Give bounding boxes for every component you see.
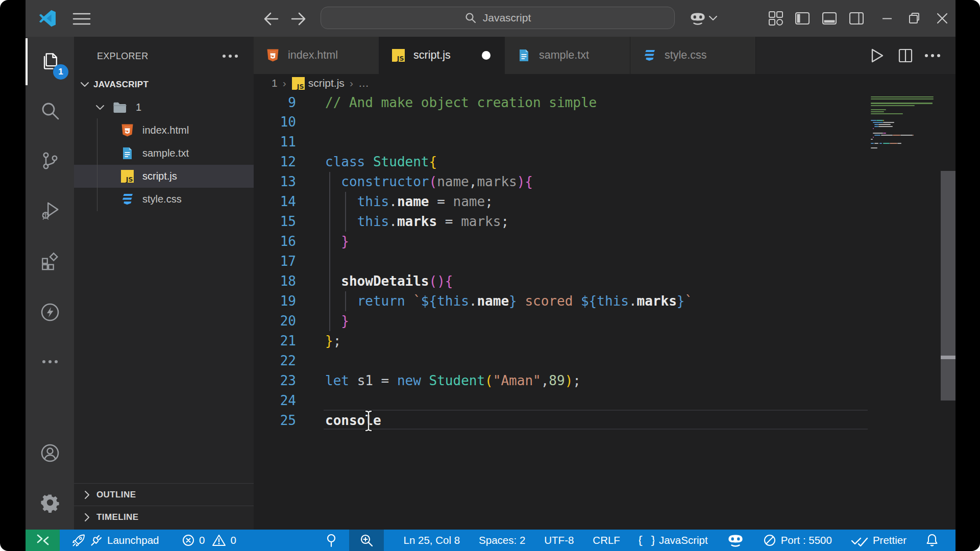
customize-layout-button[interactable] [768,11,783,26]
sidebar-header: EXPLORER [74,37,254,68]
problems-status-item[interactable]: 00 [182,530,236,551]
more-actions-button[interactable] [921,37,944,74]
remote-indicator[interactable] [26,530,60,551]
breadcrumb-item[interactable]: … [358,77,369,89]
status-encoding[interactable]: UTF-8 [544,534,574,546]
tab-script-js[interactable]: JSscript.js [379,37,505,74]
minimap-line [883,122,894,123]
tree-item-index-html[interactable]: index.html [74,119,254,142]
scrollbar-thumb[interactable] [941,171,955,400]
split-editor-button[interactable] [894,37,917,74]
minimap-line [871,143,874,144]
minimap-line [890,143,897,144]
launchpad-status-item[interactable]: Launchpad [71,530,159,551]
run-debug-icon [40,201,60,221]
editor-scrollbar[interactable] [941,92,955,530]
minimap-line [878,124,891,125]
activity-bar-item-extensions[interactable] [26,243,74,279]
tree-item-label: 1 [136,102,141,113]
status-copilot-status[interactable] [727,533,744,548]
toggle-secondary-sidebar-button[interactable] [849,11,864,26]
tab-label: script.js [413,49,451,62]
status-label: Spaces: 2 [479,534,525,546]
tab-style-css[interactable]: style.css [630,37,756,74]
ellipsis-icon [41,359,59,364]
status-cursor-position[interactable]: Ln 25, Col 8 [404,534,460,546]
code-line-23: let s1 = new Student("Aman",89); [325,371,581,391]
txt-icon [120,146,134,160]
minimap-line [874,124,878,125]
toggle-primary-sidebar-button[interactable] [795,11,810,26]
tab-label: index.html [288,49,338,62]
activity-bar-item-search[interactable] [26,93,74,129]
command-center-search[interactable]: Javascript [321,7,675,29]
minimap-line [873,133,883,134]
gear-icon [40,492,60,513]
txt-icon [517,48,531,62]
tree-item-sample-txt[interactable]: sample.txt [74,142,254,165]
section-header-timeline[interactable]: TIMELINE [74,506,254,528]
back-button[interactable] [263,11,279,27]
hamburger-icon [72,12,91,26]
menu-button[interactable] [71,12,92,26]
sidebar-more-actions[interactable] [221,50,239,62]
layout-panel-icon [822,11,837,26]
line-number: 17 [254,252,296,271]
copilot-button[interactable] [689,11,706,26]
line-number: 18 [254,271,296,291]
line-number: 10 [254,112,296,132]
breadcrumb-item[interactable]: 1 [272,77,278,89]
copilot-chevron[interactable] [708,15,718,21]
screencast-status-item[interactable] [326,530,337,551]
section-header-outline[interactable]: OUTLINE [74,483,254,506]
breadcrumb-label: … [358,77,369,89]
line-number: 15 [254,212,296,232]
status-eol[interactable]: CRLF [593,534,620,546]
vscode-window: Javascript 1 EXPLORERJAVASCRIPT1index.ht… [26,0,955,551]
tree-item-style-css[interactable]: style.css [74,188,254,211]
run-button[interactable] [865,37,889,74]
activity-bar-item-live-server[interactable] [26,294,74,330]
section-label: JAVASCRIPT [93,80,149,90]
status-language-mode[interactable]: { }JavaScript [639,534,708,547]
indent-guide [345,192,346,232]
tab-sample-txt[interactable]: sample.txt [505,37,630,74]
minimap-line [871,103,933,104]
line-number: 12 [254,152,296,172]
chevron-right-icon [84,513,90,522]
search-icon [464,12,477,24]
status-prettier[interactable]: Prettier [851,534,906,546]
status-notifications[interactable] [925,533,939,547]
section-header-javascript[interactable]: JAVASCRIPT [74,73,254,96]
chevron-right-icon [84,490,90,499]
status-indentation[interactable]: Spaces: 2 [479,534,525,546]
zoom-status-item[interactable] [349,530,384,551]
sidebar-title: EXPLORER [97,51,148,62]
breadcrumb-item[interactable]: JSscript.js [291,77,345,89]
activity-bar-item-explorer[interactable]: 1 [26,43,74,79]
code-line-14: this.name = name; [325,192,493,212]
toggle-panel-button[interactable] [822,11,837,26]
activity-bar-item-more-views[interactable] [26,344,74,380]
status-live-server-port[interactable]: Port : 5500 [763,534,832,547]
ellipsis-icon [924,53,941,58]
status-label: Ln 25, Col 8 [404,534,460,546]
activity-bar-item-run-debug[interactable] [26,193,74,229]
restore-button[interactable] [908,12,921,25]
tab-index-html[interactable]: index.html [254,37,379,74]
activity-bar-item-settings[interactable] [26,485,74,520]
indent-guide [345,291,346,311]
activity-bar-item-source-control[interactable] [26,143,74,179]
tree-item-script-js[interactable]: JSscript.js [74,165,254,188]
js-icon: JS [391,48,405,62]
minimize-button[interactable] [880,12,894,25]
activity-bar-item-accounts[interactable] [26,435,74,471]
tree-item-1[interactable]: 1 [74,96,254,119]
minimap-line [871,111,884,112]
breadcrumb-label: script.js [308,77,345,89]
breadcrumb-separator: › [350,77,353,89]
close-button[interactable] [936,12,949,25]
forward-button[interactable] [290,11,307,27]
minimap-line [893,135,900,136]
code-line-19: return `${this.name} scored ${this.marks… [325,291,693,311]
